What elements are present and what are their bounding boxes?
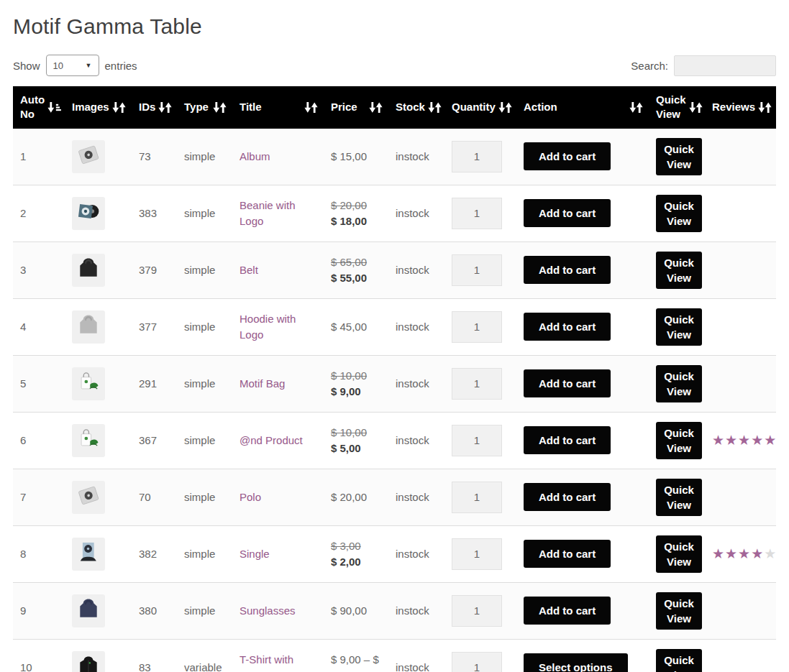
cell-quantity bbox=[444, 639, 516, 672]
quantity-input[interactable] bbox=[452, 595, 502, 627]
search-input[interactable] bbox=[674, 55, 776, 76]
cell-reviews bbox=[705, 185, 776, 241]
quantity-input[interactable] bbox=[452, 652, 502, 672]
page-title: Motif Gamma Table bbox=[13, 14, 776, 39]
product-thumbnail[interactable] bbox=[72, 310, 105, 344]
product-thumbnail[interactable] bbox=[72, 424, 105, 457]
quick-view-button[interactable]: Quick View bbox=[656, 195, 702, 232]
cell-stock: instock bbox=[388, 355, 444, 412]
quick-view-button[interactable]: Quick View bbox=[656, 535, 702, 573]
product-thumbnail[interactable] bbox=[72, 140, 105, 173]
cell-reviews bbox=[705, 582, 776, 639]
column-header-quantity[interactable]: Quantity bbox=[444, 86, 516, 129]
cell-quick-view: Quick View bbox=[649, 241, 705, 298]
quantity-input[interactable] bbox=[452, 198, 502, 229]
cell-quantity bbox=[444, 241, 516, 298]
product-title-link[interactable]: Album bbox=[240, 150, 270, 162]
star-rating: ★★★★★ bbox=[712, 544, 770, 564]
product-thumbnail[interactable] bbox=[72, 197, 105, 230]
product-title-link[interactable]: Polo bbox=[240, 491, 261, 503]
product-thumbnail[interactable] bbox=[72, 367, 105, 400]
quick-view-button[interactable]: Quick View bbox=[656, 592, 702, 630]
product-title-link[interactable]: Belt bbox=[240, 264, 258, 276]
cell-stock: instock bbox=[388, 298, 444, 355]
cell-price: $ 10,00$ 9,00 bbox=[324, 355, 388, 412]
cell-reviews bbox=[705, 298, 776, 355]
product-title-link[interactable]: Sunglasses bbox=[240, 604, 296, 617]
cell-image bbox=[65, 355, 132, 412]
quantity-input[interactable] bbox=[452, 141, 502, 172]
quick-view-button[interactable]: Quick View bbox=[656, 308, 702, 346]
column-header-ids[interactable]: IDs bbox=[132, 86, 177, 129]
column-header-title[interactable]: Title bbox=[232, 86, 324, 129]
product-thumbnail[interactable] bbox=[72, 594, 105, 627]
quantity-input[interactable] bbox=[452, 368, 502, 400]
quick-view-button[interactable]: Quick View bbox=[656, 479, 702, 516]
product-title-link[interactable]: @nd Product bbox=[240, 434, 303, 446]
cell-product-title: Album bbox=[232, 129, 324, 185]
add-to-cart-button[interactable]: Add to cart bbox=[524, 313, 611, 341]
product-type-value: simple bbox=[184, 548, 215, 560]
page-length-select[interactable]: 10 ▼ bbox=[46, 55, 99, 76]
product-thumbnail[interactable] bbox=[72, 254, 105, 287]
product-title-link[interactable]: Single bbox=[240, 548, 270, 560]
column-header-label: IDs bbox=[139, 100, 155, 114]
product-type-value: simple bbox=[184, 434, 215, 446]
cell-product-type: simple bbox=[177, 355, 232, 412]
price-old-value: $ 3,00 bbox=[331, 540, 361, 552]
add-to-cart-button[interactable]: Add to cart bbox=[524, 369, 611, 397]
quantity-input[interactable] bbox=[452, 482, 502, 513]
star-filled-icon: ★ bbox=[725, 546, 738, 561]
product-thumbnail[interactable] bbox=[72, 481, 105, 514]
add-to-cart-button[interactable]: Add to cart bbox=[524, 142, 611, 170]
cell-stock: instock bbox=[388, 129, 444, 185]
product-title-link[interactable]: Beanie with Logo bbox=[240, 199, 296, 227]
cell-auto-no: 7 bbox=[13, 469, 65, 525]
quick-view-button[interactable]: Quick View bbox=[656, 649, 702, 672]
product-type-value: simple bbox=[184, 604, 215, 617]
add-to-cart-button[interactable]: Add to cart bbox=[524, 426, 611, 454]
cell-action: Add to cart bbox=[516, 582, 649, 639]
add-to-cart-button[interactable]: Add to cart bbox=[524, 256, 611, 284]
table-row: 1083variableT-Shirt with Logo$ 9,00 – $ … bbox=[13, 639, 776, 672]
show-label: Show bbox=[13, 60, 40, 72]
column-header-reviews[interactable]: Reviews bbox=[705, 86, 776, 129]
quantity-input[interactable] bbox=[452, 425, 502, 456]
column-header-auto-no[interactable]: Auto No bbox=[13, 86, 65, 129]
auto-no-value: 9 bbox=[20, 604, 26, 617]
column-header-price[interactable]: Price bbox=[324, 86, 388, 129]
column-header-action[interactable]: Action bbox=[516, 86, 649, 129]
cell-quantity bbox=[444, 185, 516, 241]
select-options-button[interactable]: Select options bbox=[524, 653, 628, 672]
cell-stock: instock bbox=[388, 639, 444, 672]
quick-view-button[interactable]: Quick View bbox=[656, 252, 702, 289]
product-table-page: Motif Gamma Table Show 10 ▼ entries Sear… bbox=[0, 0, 789, 672]
quick-view-button[interactable]: Quick View bbox=[656, 365, 702, 402]
cell-reviews bbox=[705, 355, 776, 412]
quick-view-button[interactable]: Quick View bbox=[656, 422, 702, 459]
quantity-input[interactable] bbox=[452, 538, 502, 570]
column-header-type[interactable]: Type bbox=[177, 86, 232, 129]
quick-view-button[interactable]: Quick View bbox=[656, 138, 702, 175]
quantity-input[interactable] bbox=[452, 254, 502, 286]
product-title-link[interactable]: Motif Bag bbox=[240, 377, 285, 390]
add-to-cart-button[interactable]: Add to cart bbox=[524, 199, 611, 227]
stock-status: instock bbox=[396, 434, 429, 446]
product-thumbnail[interactable] bbox=[72, 538, 105, 571]
column-header-quick-view[interactable]: Quick View bbox=[649, 86, 705, 129]
column-header-label: Quick View bbox=[656, 93, 686, 122]
cell-price: $ 90,00 bbox=[324, 582, 388, 639]
cell-product-type: simple bbox=[177, 525, 232, 582]
add-to-cart-button[interactable]: Add to cart bbox=[524, 540, 611, 568]
product-thumbnail[interactable] bbox=[72, 651, 105, 672]
product-title-link[interactable]: Hoodie with Logo bbox=[240, 313, 296, 341]
column-header-stock[interactable]: Stock bbox=[388, 86, 444, 129]
column-header-images[interactable]: Images bbox=[65, 86, 132, 129]
star-filled-icon: ★ bbox=[751, 433, 764, 448]
bag-green-icon bbox=[76, 425, 101, 456]
product-title-link[interactable]: T-Shirt with Logo bbox=[240, 653, 293, 672]
add-to-cart-button[interactable]: Add to cart bbox=[524, 597, 611, 625]
price-old-value: $ 65,00 bbox=[331, 256, 367, 268]
add-to-cart-button[interactable]: Add to cart bbox=[524, 483, 611, 511]
quantity-input[interactable] bbox=[452, 311, 502, 343]
